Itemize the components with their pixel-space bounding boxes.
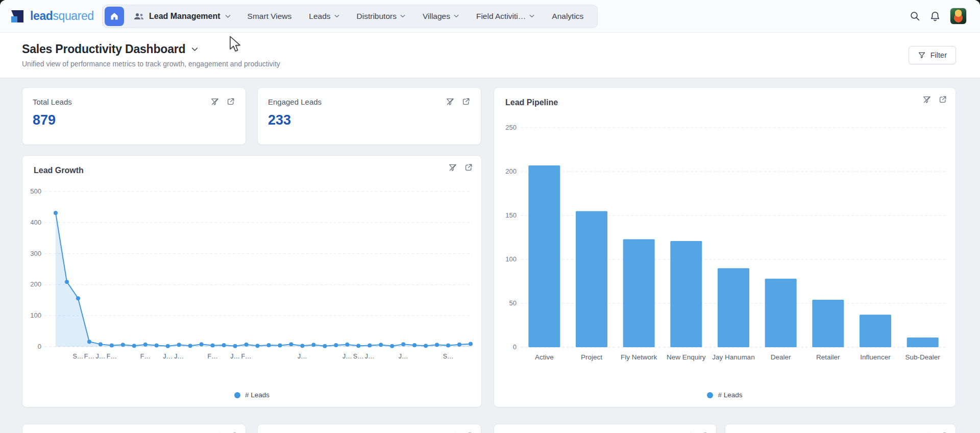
line-point[interactable] [334, 343, 338, 347]
chart-legend[interactable]: # Leads [22, 391, 481, 399]
svg-text:F…: F… [208, 353, 218, 360]
bar-dealer[interactable] [765, 279, 797, 347]
nav-item-smart-views[interactable]: Smart Views [239, 12, 301, 21]
kpi-label: Total Leads [33, 98, 72, 106]
bar-project[interactable] [576, 211, 607, 347]
nav-item-leads[interactable]: Leads [300, 12, 348, 21]
line-point[interactable] [200, 342, 204, 346]
bell-icon [929, 11, 941, 22]
bar-new-enquiry[interactable] [670, 241, 702, 347]
svg-text:200: 200 [505, 167, 517, 175]
line-point[interactable] [345, 343, 349, 347]
user-avatar[interactable] [950, 8, 967, 25]
brand-logo[interactable]: leadsquared [9, 8, 95, 25]
line-point[interactable] [143, 343, 148, 347]
line-point[interactable] [110, 344, 114, 348]
line-point[interactable] [446, 344, 450, 348]
line-point[interactable] [311, 343, 315, 347]
legend-dot [234, 392, 240, 398]
bar-sub-dealer[interactable] [907, 338, 939, 347]
search-icon [910, 11, 920, 21]
line-point[interactable] [76, 296, 80, 300]
dashboard-selector-chevron-icon[interactable] [191, 47, 198, 52]
filter-button[interactable]: Filter [909, 46, 956, 64]
card-filter-icon[interactable] [210, 97, 219, 106]
svg-text:Retailer: Retailer [816, 353, 840, 361]
search-button[interactable] [910, 11, 920, 21]
chevron-down-icon [400, 14, 405, 18]
line-point[interactable] [211, 344, 215, 348]
bar-jay-hanuman[interactable] [718, 268, 749, 347]
nav-item-label: Smart Views [248, 12, 292, 21]
workspace-selector[interactable]: Lead Management [124, 12, 239, 21]
card-filter-icon[interactable] [922, 95, 932, 104]
bar-active[interactable] [528, 165, 560, 347]
line-point[interactable] [424, 344, 428, 348]
page-subtitle: Unified view of performance metrics to t… [22, 60, 280, 68]
card-expand-icon[interactable] [938, 95, 947, 104]
nav-item-label: Distributors [357, 12, 397, 21]
line-point[interactable] [166, 344, 170, 348]
filter-button-label: Filter [930, 51, 947, 59]
line-point[interactable] [65, 280, 69, 284]
line-point[interactable] [233, 344, 237, 348]
line-point[interactable] [379, 343, 383, 347]
svg-text:150: 150 [505, 211, 517, 219]
svg-text:J…: J… [96, 353, 106, 360]
line-point[interactable] [121, 343, 125, 347]
kpi-value[interactable]: 233 [268, 112, 471, 128]
card-filter-icon[interactable] [448, 163, 457, 172]
chevron-down-icon [334, 14, 339, 18]
bar-fly-network[interactable] [623, 239, 655, 347]
total-leads-card: Total Leads 879 [22, 87, 246, 145]
bar-influencer[interactable] [860, 315, 891, 347]
line-point[interactable] [132, 344, 136, 348]
svg-text:0: 0 [513, 343, 517, 351]
card-filter-icon[interactable] [446, 97, 455, 106]
card-expand-icon[interactable] [226, 97, 235, 106]
chart-title: Lead Growth [34, 166, 84, 175]
top-navigation: leadsquared Lead Management Smart Views … [0, 0, 980, 33]
line-point[interactable] [435, 343, 439, 347]
partial-card-1 [22, 424, 246, 433]
workspace-label: Lead Management [149, 12, 220, 21]
svg-text:J…: J… [399, 353, 408, 360]
svg-text:Fly Network: Fly Network [621, 353, 657, 361]
line-point[interactable] [87, 340, 91, 344]
line-point[interactable] [289, 342, 293, 346]
nav-item-villages[interactable]: Villages [414, 12, 468, 21]
funnel-icon [918, 51, 926, 59]
line-point[interactable] [177, 343, 181, 347]
bar-retailer[interactable] [812, 300, 844, 347]
chevron-down-icon [529, 14, 534, 18]
line-point[interactable] [244, 343, 249, 347]
home-button[interactable] [105, 7, 124, 26]
nav-item-analytics[interactable]: Analytics [543, 12, 592, 21]
line-point[interactable] [390, 344, 394, 348]
line-point[interactable] [222, 343, 226, 347]
card-expand-icon[interactable] [464, 163, 473, 172]
line-point[interactable] [54, 211, 58, 215]
nav-item-label: Field Activiti… [476, 12, 526, 21]
line-point[interactable] [356, 344, 360, 348]
kpi-value[interactable]: 879 [33, 112, 235, 128]
line-point[interactable] [256, 344, 260, 348]
nav-item-field-activities[interactable]: Field Activiti… [468, 12, 543, 21]
line-point[interactable] [412, 343, 416, 347]
line-point[interactable] [368, 344, 372, 348]
line-point[interactable] [188, 344, 192, 348]
line-point[interactable] [469, 342, 473, 346]
line-point[interactable] [266, 343, 271, 347]
chart-legend[interactable]: # Leads [494, 391, 955, 399]
line-point[interactable] [457, 343, 461, 347]
line-point[interactable] [155, 344, 159, 348]
line-point[interactable] [401, 342, 405, 346]
card-expand-icon[interactable] [461, 97, 471, 106]
line-point[interactable] [278, 344, 282, 348]
line-point[interactable] [99, 342, 103, 346]
line-point[interactable] [323, 344, 327, 348]
line-point[interactable] [300, 344, 304, 348]
svg-text:J…: J… [174, 353, 184, 360]
notifications-button[interactable] [929, 11, 941, 22]
nav-item-distributors[interactable]: Distributors [348, 12, 414, 21]
